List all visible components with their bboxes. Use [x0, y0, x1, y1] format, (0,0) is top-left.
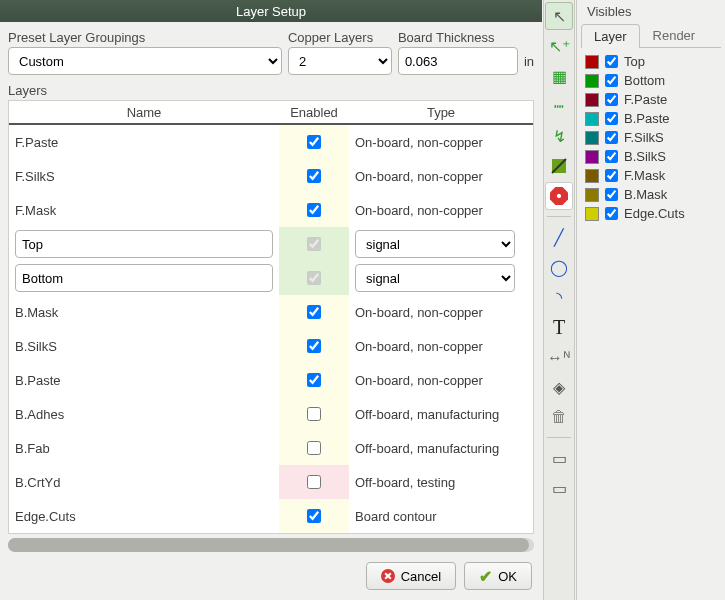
layer-visible-checkbox[interactable]: [605, 93, 618, 106]
layer-row: B.MaskOn-board, non-copper: [9, 295, 533, 329]
visible-layer-label: B.SilkS: [624, 149, 666, 164]
visible-layer-item[interactable]: Edge.Cuts: [585, 206, 717, 221]
tool-cursor-add[interactable]: ↖⁺: [545, 32, 573, 60]
layer-visible-checkbox[interactable]: [605, 207, 618, 220]
layer-row: F.MaskOn-board, non-copper: [9, 193, 533, 227]
layer-visible-checkbox[interactable]: [605, 74, 618, 87]
visible-layer-item[interactable]: Bottom: [585, 73, 717, 88]
layer-color-swatch[interactable]: [585, 150, 599, 164]
tool-circle[interactable]: ◯: [545, 253, 573, 281]
layer-type-label: Off-board, testing: [355, 475, 455, 490]
ok-label: OK: [498, 569, 517, 584]
cancel-label: Cancel: [401, 569, 441, 584]
layer-name-input[interactable]: [15, 264, 273, 292]
copper-label: Copper Layers: [288, 30, 392, 45]
layer-row: B.CrtYdOff-board, testing: [9, 465, 533, 499]
layer-type-select[interactable]: signal: [355, 264, 515, 292]
layer-type-label: On-board, non-copper: [355, 203, 483, 218]
cancel-icon: [381, 569, 395, 583]
layer-name-label: F.SilkS: [15, 169, 55, 184]
layer-row: signal: [9, 261, 533, 295]
tool-dashline[interactable]: ┉: [545, 92, 573, 120]
layer-row: F.PasteOn-board, non-copper: [9, 125, 533, 159]
layer-visible-checkbox[interactable]: [605, 188, 618, 201]
thickness-input[interactable]: [398, 47, 518, 75]
visible-layer-item[interactable]: F.Paste: [585, 92, 717, 107]
layer-enabled-checkbox[interactable]: [307, 169, 321, 183]
layer-type-label: Board contour: [355, 509, 437, 524]
layer-visible-checkbox[interactable]: [605, 131, 618, 144]
layer-visible-checkbox[interactable]: [605, 55, 618, 68]
visible-layer-item[interactable]: Top: [585, 54, 717, 69]
layer-color-swatch[interactable]: [585, 93, 599, 107]
layer-enabled-checkbox: [307, 271, 321, 285]
layer-enabled-checkbox[interactable]: [307, 203, 321, 217]
layer-enabled-checkbox[interactable]: [307, 135, 321, 149]
cancel-button[interactable]: Cancel: [366, 562, 456, 590]
layer-type-label: On-board, non-copper: [355, 305, 483, 320]
layer-color-swatch[interactable]: [585, 55, 599, 69]
visible-layer-item[interactable]: F.SilkS: [585, 130, 717, 145]
layer-enabled-checkbox: [307, 237, 321, 251]
tool-arc[interactable]: ◝: [545, 283, 573, 311]
layer-row: B.PasteOn-board, non-copper: [9, 363, 533, 397]
tool-line[interactable]: ╱: [545, 223, 573, 251]
visible-layer-label: B.Paste: [624, 111, 670, 126]
scrollbar-thumb[interactable]: [8, 538, 529, 552]
layer-name-label: B.Fab: [15, 441, 50, 456]
layer-type-label: On-board, non-copper: [355, 339, 483, 354]
thickness-label: Board Thickness: [398, 30, 518, 45]
layer-row: B.SilkSOn-board, non-copper: [9, 329, 533, 363]
layer-enabled-checkbox[interactable]: [307, 407, 321, 421]
header-type: Type: [349, 105, 533, 120]
tool-dimension[interactable]: ↔ᴺ: [545, 343, 573, 371]
dialog-title: Layer Setup: [0, 0, 542, 22]
layer-color-swatch[interactable]: [585, 169, 599, 183]
layer-enabled-checkbox[interactable]: [307, 339, 321, 353]
layer-name-input[interactable]: [15, 230, 273, 258]
layer-enabled-checkbox[interactable]: [307, 509, 321, 523]
visible-layer-item[interactable]: B.Mask: [585, 187, 717, 202]
visible-layer-item[interactable]: B.Paste: [585, 111, 717, 126]
layer-visible-checkbox[interactable]: [605, 112, 618, 125]
layer-enabled-checkbox[interactable]: [307, 475, 321, 489]
visibles-panel: Visibles Layer Render TopBottomF.PasteB.…: [576, 0, 725, 600]
layer-name-label: F.Paste: [15, 135, 58, 150]
layer-name-label: B.Adhes: [15, 407, 64, 422]
layer-type-select[interactable]: signal: [355, 230, 515, 258]
tool-stop[interactable]: [545, 182, 573, 210]
layer-enabled-checkbox[interactable]: [307, 373, 321, 387]
tool-route[interactable]: ↯: [545, 122, 573, 150]
tool-grid[interactable]: ▦: [545, 62, 573, 90]
visible-layer-item[interactable]: F.Mask: [585, 168, 717, 183]
visible-layer-label: F.Mask: [624, 168, 665, 183]
tool-b[interactable]: ▭: [545, 474, 573, 502]
layer-name-label: B.Paste: [15, 373, 61, 388]
layer-enabled-checkbox[interactable]: [307, 441, 321, 455]
horizontal-scrollbar[interactable]: [8, 538, 534, 552]
layer-color-swatch[interactable]: [585, 131, 599, 145]
visible-layer-item[interactable]: B.SilkS: [585, 149, 717, 164]
layer-type-label: Off-board, manufacturing: [355, 441, 499, 456]
tab-render[interactable]: Render: [640, 23, 709, 47]
layer-color-swatch[interactable]: [585, 112, 599, 126]
tool-trash[interactable]: 🗑: [545, 403, 573, 431]
layer-color-swatch[interactable]: [585, 74, 599, 88]
layer-visible-checkbox[interactable]: [605, 169, 618, 182]
ok-button[interactable]: ✔ OK: [464, 562, 532, 590]
layer-row: Edge.CutsBoard contour: [9, 499, 533, 533]
layer-color-swatch[interactable]: [585, 207, 599, 221]
tool-net[interactable]: [545, 152, 573, 180]
layer-setup-dialog: Layer Setup Preset Layer Groupings Custo…: [0, 0, 542, 600]
layer-enabled-checkbox[interactable]: [307, 305, 321, 319]
layer-visible-checkbox[interactable]: [605, 150, 618, 163]
layer-color-swatch[interactable]: [585, 188, 599, 202]
tool-target[interactable]: ◈: [545, 373, 573, 401]
toolbar-separator: [547, 216, 571, 217]
tab-layer[interactable]: Layer: [581, 24, 640, 48]
tool-cursor[interactable]: ↖: [545, 2, 573, 30]
copper-select[interactable]: 2: [288, 47, 392, 75]
tool-text[interactable]: T: [545, 313, 573, 341]
tool-a[interactable]: ▭: [545, 444, 573, 472]
preset-select[interactable]: Custom: [8, 47, 282, 75]
